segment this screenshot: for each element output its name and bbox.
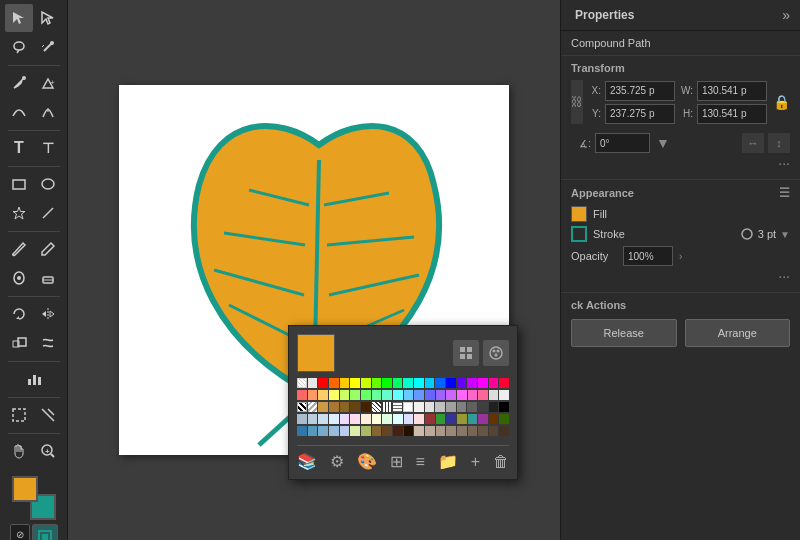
swatch-36[interactable] bbox=[457, 390, 467, 400]
vertical-text-tool[interactable]: ⊤ bbox=[34, 134, 62, 162]
pencil-tool[interactable] bbox=[34, 235, 62, 263]
appearance-more-options[interactable]: ··· bbox=[571, 266, 790, 286]
none-swatch[interactable] bbox=[297, 378, 307, 388]
reflect-tool[interactable] bbox=[34, 300, 62, 328]
swatch-71[interactable] bbox=[297, 426, 307, 436]
direct-selection-tool[interactable] bbox=[34, 4, 62, 32]
swatch-mid-gray[interactable] bbox=[457, 402, 467, 412]
palette-btn[interactable] bbox=[483, 340, 509, 366]
x-input[interactable] bbox=[605, 81, 675, 101]
ellipse-tool[interactable] bbox=[34, 170, 62, 198]
flip-h-icon[interactable]: ↔ bbox=[742, 133, 764, 153]
change-mode-btn[interactable] bbox=[32, 524, 58, 540]
swatch-44[interactable] bbox=[350, 402, 360, 412]
swatch-66[interactable] bbox=[457, 414, 467, 424]
scale-tool[interactable] bbox=[5, 329, 33, 357]
swatch-purple[interactable] bbox=[467, 378, 477, 388]
swatch-orange[interactable] bbox=[329, 378, 339, 388]
swatch-gray[interactable] bbox=[446, 402, 456, 412]
swatch-79[interactable] bbox=[382, 426, 392, 436]
y-input[interactable] bbox=[605, 104, 675, 124]
swatch-28[interactable] bbox=[372, 390, 382, 400]
swatch-black[interactable] bbox=[499, 402, 509, 412]
anchor-convert-tool[interactable] bbox=[34, 98, 62, 126]
swatches-view-btn[interactable] bbox=[453, 340, 479, 366]
swatch-41[interactable] bbox=[318, 402, 328, 412]
swatch-teal-green[interactable] bbox=[403, 378, 413, 388]
swatch-53[interactable] bbox=[318, 414, 328, 424]
swatch-65[interactable] bbox=[446, 414, 456, 424]
swatch-pattern3[interactable] bbox=[372, 402, 382, 412]
swatch-green[interactable] bbox=[382, 378, 392, 388]
curvature-tool[interactable] bbox=[5, 98, 33, 126]
fill-color-swatch[interactable] bbox=[571, 206, 587, 222]
lock-width-height-icon[interactable]: 🔒 bbox=[771, 92, 792, 112]
swatch-56[interactable] bbox=[350, 414, 360, 424]
swatch-72[interactable] bbox=[308, 426, 318, 436]
swatch-86[interactable] bbox=[457, 426, 467, 436]
warp-tool[interactable] bbox=[34, 329, 62, 357]
swatch-21[interactable] bbox=[297, 390, 307, 400]
slice-tool[interactable] bbox=[34, 401, 62, 429]
angle-input[interactable] bbox=[595, 133, 650, 153]
swatch-light-gray[interactable] bbox=[425, 402, 435, 412]
swatch-34[interactable] bbox=[436, 390, 446, 400]
stroke-dropdown[interactable]: ▼ bbox=[780, 229, 790, 240]
swatch-light[interactable] bbox=[308, 378, 318, 388]
hand-tool[interactable] bbox=[5, 437, 33, 465]
swatch-silver[interactable] bbox=[435, 402, 445, 412]
swatch-69[interactable] bbox=[489, 414, 499, 424]
rectangle-tool[interactable] bbox=[5, 170, 33, 198]
star-tool[interactable] bbox=[5, 199, 33, 227]
swatch-33[interactable] bbox=[425, 390, 435, 400]
swatch-white[interactable] bbox=[403, 402, 413, 412]
rotate-tool[interactable] bbox=[5, 300, 33, 328]
flip-v-icon[interactable]: ↕ bbox=[768, 133, 790, 153]
h-input[interactable] bbox=[697, 104, 767, 124]
swatch-30[interactable] bbox=[393, 390, 403, 400]
swatch-23[interactable] bbox=[318, 390, 328, 400]
link-proportional-icon[interactable]: ⛓ bbox=[571, 80, 583, 124]
swatch-77[interactable] bbox=[361, 426, 371, 436]
swatch-84[interactable] bbox=[436, 426, 446, 436]
swatch-74[interactable] bbox=[329, 426, 339, 436]
appearance-list-icon[interactable]: ☰ bbox=[779, 186, 790, 200]
swatch-spring[interactable] bbox=[393, 378, 403, 388]
swatch-88[interactable] bbox=[478, 426, 488, 436]
arrange-button[interactable]: Arrange bbox=[685, 319, 791, 347]
swatch-51[interactable] bbox=[297, 414, 307, 424]
swatch-crimson[interactable] bbox=[499, 378, 509, 388]
swatch-54[interactable] bbox=[329, 414, 339, 424]
swatch-chartreuse[interactable] bbox=[372, 378, 382, 388]
swatch-32[interactable] bbox=[414, 390, 424, 400]
line-tool[interactable] bbox=[34, 199, 62, 227]
swatch-57[interactable] bbox=[361, 414, 371, 424]
dropdown-arrow[interactable]: ▼ bbox=[656, 135, 670, 151]
blob-brush-tool[interactable] bbox=[5, 264, 33, 292]
zoom-tool[interactable]: + bbox=[34, 437, 62, 465]
swatch-cyan[interactable] bbox=[414, 378, 424, 388]
swatch-31[interactable] bbox=[404, 390, 414, 400]
swatch-87[interactable] bbox=[468, 426, 478, 436]
swatch-80[interactable] bbox=[393, 426, 403, 436]
grid-view-icon[interactable]: ⊞ bbox=[390, 452, 403, 471]
bar-chart-tool[interactable] bbox=[20, 365, 48, 393]
swatch-83[interactable] bbox=[425, 426, 435, 436]
swatch-pattern1[interactable] bbox=[297, 402, 307, 412]
swatch-26[interactable] bbox=[350, 390, 360, 400]
color-theme-icon[interactable]: 🎨 bbox=[357, 452, 377, 471]
swatch-68[interactable] bbox=[478, 414, 488, 424]
swatch-60[interactable] bbox=[393, 414, 403, 424]
swatch-40[interactable] bbox=[499, 390, 509, 400]
swatch-90[interactable] bbox=[499, 426, 509, 436]
text-tool[interactable]: T bbox=[5, 134, 33, 162]
swatch-52[interactable] bbox=[308, 414, 318, 424]
swatch-59[interactable] bbox=[382, 414, 392, 424]
swatch-39[interactable] bbox=[489, 390, 499, 400]
stroke-color-swatch[interactable] bbox=[571, 226, 587, 242]
swatch-darker-gray[interactable] bbox=[478, 402, 488, 412]
opacity-expand-arrow[interactable]: › bbox=[679, 251, 682, 262]
swatch-78[interactable] bbox=[372, 426, 382, 436]
show-options-icon[interactable]: ⚙ bbox=[330, 452, 344, 471]
swatch-25[interactable] bbox=[340, 390, 350, 400]
